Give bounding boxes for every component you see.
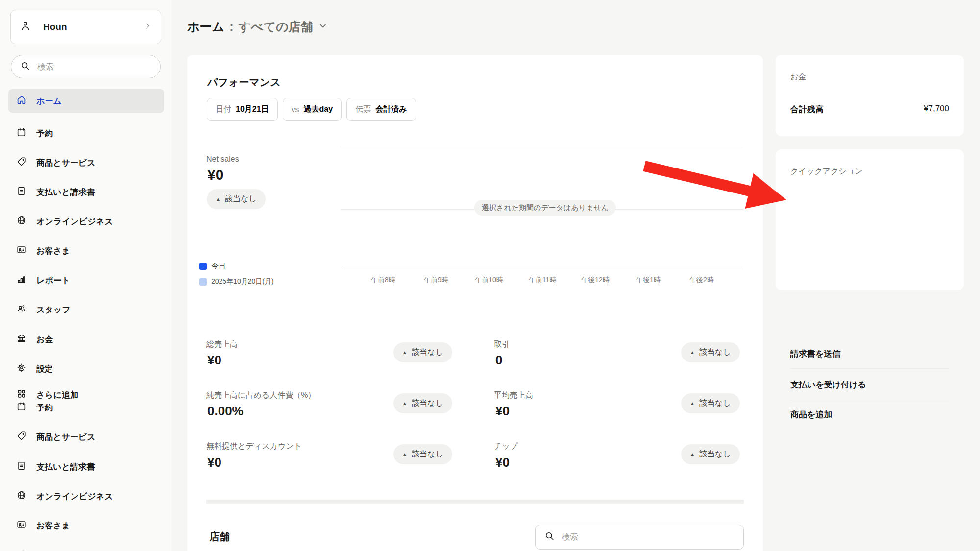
legend-today-swatch — [199, 263, 207, 270]
sidebar-item-label: 予約 — [36, 128, 53, 139]
quick-actions-card: クイックアクション 請求書を送信 支払いを受け付ける 商品を追加 — [776, 149, 964, 290]
chevron-down-icon[interactable] — [318, 20, 328, 34]
metric-na-badge: ▲該当なし — [393, 393, 452, 413]
balance-row[interactable]: 合計残高 ¥7,700 — [790, 104, 949, 115]
divider — [790, 368, 949, 369]
metric-na-badge: ▲該当なし — [681, 342, 740, 362]
calendar-icon — [16, 127, 27, 140]
sidebar-item-reports[interactable]: レポート — [8, 268, 164, 292]
sidebar-item-items-services[interactable]: 商品とサービス — [8, 151, 164, 174]
filter-label: 伝票 — [355, 104, 371, 115]
tag-icon — [16, 156, 27, 169]
chart-empty-message: 選択された期間のデータはありません — [474, 200, 616, 216]
stores-search-input[interactable]: 検索 — [535, 525, 744, 550]
person-icon — [20, 20, 31, 34]
receipt-icon — [16, 186, 27, 199]
sidebar-item-label: お客さま — [36, 520, 70, 531]
date-filter-button[interactable]: 日付 10月21日 — [207, 98, 278, 121]
metric-label: 平均売上高 — [494, 390, 533, 401]
ticket-filter-button[interactable]: 伝票 会計済み — [346, 98, 416, 121]
legend-previous-day: 2025年10月20日(月) — [199, 277, 274, 286]
globe-icon — [16, 215, 27, 228]
sidebar-item-settings[interactable]: 設定 — [8, 357, 164, 381]
metric-value: ¥0 — [495, 404, 510, 419]
business-switcher[interactable]: Houn — [10, 10, 161, 44]
staff-icon — [16, 303, 27, 316]
receipt-icon — [16, 460, 27, 474]
chevron-right-icon — [143, 22, 152, 32]
sidebar-item-label: 商品とサービス — [36, 431, 96, 443]
money-card: お金 合計残高 ¥7,700 — [776, 55, 964, 136]
quick-action-send-invoice[interactable]: 請求書を送信 — [790, 346, 949, 361]
sidebar: Houn 検索 ホーム 予約 商品とサービス 支払いと請求書 — [0, 0, 172, 551]
sidebar-item-staff[interactable]: スタッフ — [8, 298, 164, 321]
chart-gridline-top — [341, 147, 743, 147]
sidebar-item-money[interactable]: お金 — [8, 328, 164, 351]
sidebar-item-label: オンラインビジネス — [36, 491, 113, 502]
metric-value: ¥0 — [495, 455, 510, 470]
filter-value: 会計済み — [375, 104, 407, 115]
sidebar-item-label: オンラインビジネス — [36, 216, 113, 227]
sidebar-item-label: スタッフ — [36, 304, 71, 315]
metric-na-badge: ▲該当なし — [681, 393, 740, 413]
triangle-up-icon: ▲ — [216, 196, 220, 202]
filter-label: 日付 — [216, 104, 231, 115]
page-title[interactable]: ホーム : すべての店舗 — [187, 19, 328, 35]
chart-axis-baseline — [342, 269, 743, 269]
globe-icon — [16, 490, 27, 503]
sidebar-item-appointments[interactable]: 予約 — [8, 121, 164, 145]
x-axis-tick: 午後12時 — [581, 276, 610, 285]
sidebar-item-partial-bottom[interactable] — [8, 543, 164, 551]
contact-card-icon — [16, 244, 27, 258]
page-title-separator: : — [229, 20, 233, 34]
sidebar-item-label: お金 — [36, 334, 53, 345]
metric-value: ¥0 — [207, 353, 221, 368]
money-card-title: お金 — [790, 72, 806, 82]
sidebar-item-label: お客さま — [36, 245, 70, 257]
x-axis-tick: 午後2時 — [689, 276, 714, 285]
net-sales-label: Net sales — [206, 155, 239, 164]
search-icon — [544, 531, 555, 543]
filter-label: vs — [292, 105, 299, 114]
sidebar-item-label: ホーム — [36, 96, 62, 107]
metric-label: 無料提供とディスカウント — [206, 441, 302, 452]
gear-icon — [16, 362, 27, 376]
legend-label: 今日 — [211, 262, 226, 271]
sidebar-item-home[interactable]: ホーム — [8, 89, 164, 113]
metric-label: チップ — [494, 441, 518, 452]
metric-label: 総売上高 — [206, 339, 238, 350]
section-divider — [206, 500, 744, 504]
sidebar-item-online-business[interactable]: オンラインビジネス — [8, 210, 164, 233]
compare-filter-button[interactable]: vs 過去day — [283, 98, 342, 121]
sidebar-item-label: 設定 — [36, 363, 53, 375]
calendar-icon — [16, 401, 27, 414]
legend-today: 今日 — [199, 262, 226, 271]
sidebar-item-appointments-2[interactable]: 予約 — [8, 396, 164, 419]
location-selector-label: すべての店舗 — [239, 19, 313, 35]
sidebar-item-customers[interactable]: お客さま — [8, 239, 164, 263]
sidebar-item-payments-invoices-2[interactable]: 支払いと請求書 — [8, 455, 164, 479]
report-icon — [16, 548, 27, 551]
search-icon — [20, 61, 30, 73]
metric-na-badge: ▲該当なし — [393, 342, 452, 362]
x-axis-tick: 午前11時 — [529, 276, 557, 285]
legend-label: 2025年10月20日(月) — [211, 277, 274, 286]
metric-label: 取引 — [494, 339, 510, 350]
sidebar-search-input[interactable]: 検索 — [11, 55, 161, 78]
legend-previous-swatch — [199, 278, 207, 286]
sidebar-item-label: レポート — [36, 275, 70, 286]
quick-action-accept-payment[interactable]: 支払いを受け付ける — [790, 377, 949, 392]
sidebar-item-label: 予約 — [36, 402, 53, 413]
report-icon — [16, 274, 27, 287]
search-placeholder: 検索 — [37, 61, 54, 72]
quick-actions-title: クイックアクション — [790, 167, 862, 177]
sidebar-item-payments-invoices[interactable]: 支払いと請求書 — [8, 180, 164, 204]
x-axis-tick: 午前9時 — [424, 276, 448, 285]
sidebar-item-label: 支払いと請求書 — [36, 187, 95, 198]
quick-action-add-item[interactable]: 商品を追加 — [790, 407, 949, 422]
sidebar-item-customers-2[interactable]: お客さま — [8, 514, 164, 537]
sidebar-item-online-business-2[interactable]: オンラインビジネス — [8, 484, 164, 508]
metric-value: 0 — [495, 353, 502, 368]
business-name: Houn — [43, 22, 131, 32]
sidebar-item-items-services-2[interactable]: 商品とサービス — [8, 425, 164, 449]
